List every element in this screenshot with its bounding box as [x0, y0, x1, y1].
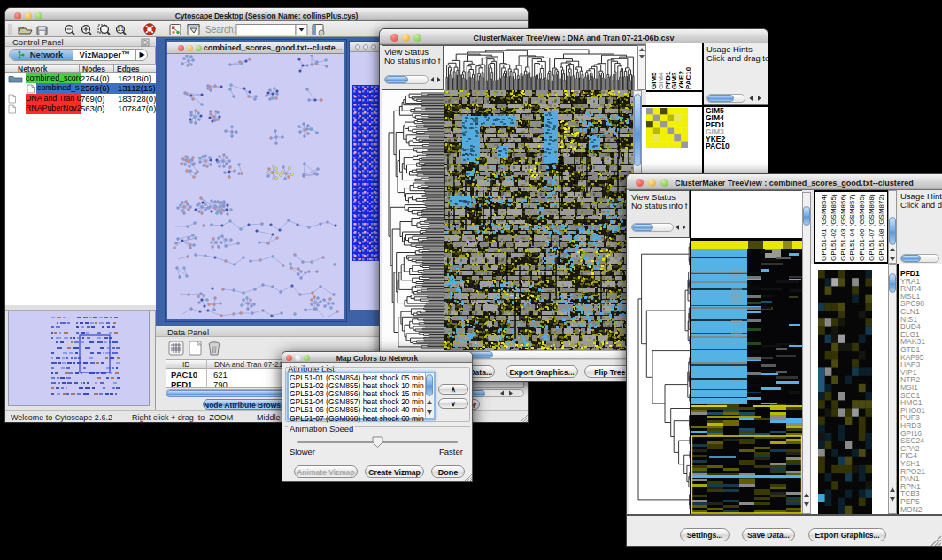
svg-text:1:1: 1:1: [118, 27, 124, 32]
svg-text:Search:: Search:: [205, 25, 236, 35]
